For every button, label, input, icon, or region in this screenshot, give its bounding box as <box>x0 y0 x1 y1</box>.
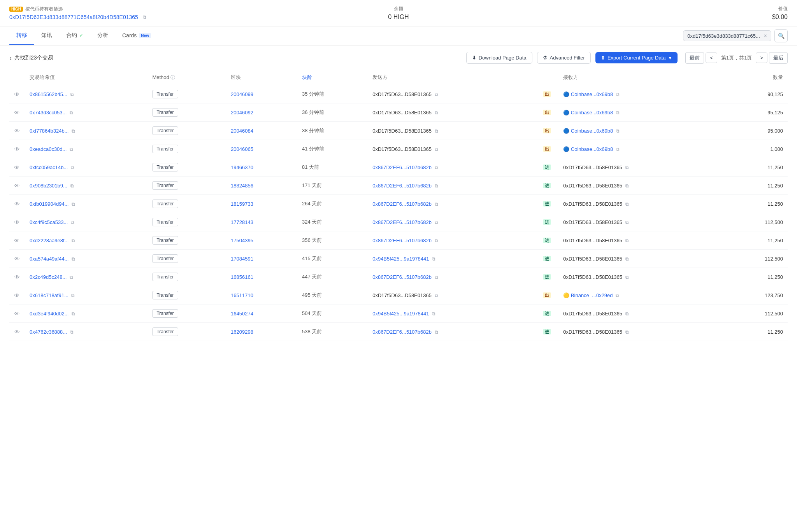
receiver-link[interactable]: Binance_...0x29ed <box>571 292 613 298</box>
eye-icon[interactable]: 👁 <box>14 201 20 207</box>
sender-link[interactable]: 0x867D2EF6...5107b682b <box>372 329 432 335</box>
receiver-link[interactable]: Coinbase...0x69b8 <box>571 91 613 97</box>
sender-link[interactable]: 0x94B5f425...9a1978441 <box>372 256 429 262</box>
hash-copy-icon[interactable]: ⧉ <box>70 92 74 97</box>
sender-copy-icon[interactable]: ⧉ <box>435 238 438 243</box>
tx-hash-link[interactable]: 0xeadca0c30d... <box>30 146 67 152</box>
address-chip[interactable]: 0xd17f5d63e3d833d88771c65... × <box>683 30 771 41</box>
sender-copy-icon[interactable]: ⧉ <box>435 165 438 170</box>
sender-copy-icon[interactable]: ⧉ <box>435 220 438 225</box>
receiver-copy-icon[interactable]: ⧉ <box>625 275 629 280</box>
tab-cards[interactable]: Cards New <box>115 27 158 45</box>
search-button[interactable]: 🔍 <box>774 29 788 42</box>
block-link[interactable]: 18159733 <box>231 201 253 207</box>
eye-icon[interactable]: 👁 <box>14 237 20 244</box>
block-link[interactable]: 16856161 <box>231 274 253 280</box>
receiver-copy-icon[interactable]: ⧉ <box>616 147 620 152</box>
tx-hash-link[interactable]: 0xd2228aa9e8f... <box>30 238 68 243</box>
receiver-link[interactable]: Coinbase...0x69b8 <box>571 128 613 134</box>
sender-link[interactable]: 0x94B5f425...9a1978441 <box>372 311 429 317</box>
receiver-copy-icon[interactable]: ⧉ <box>625 256 629 262</box>
hash-copy-icon[interactable]: ⧉ <box>72 128 75 134</box>
next-page-button[interactable]: > <box>756 52 767 63</box>
tab-contract[interactable]: 合约 ✓ <box>59 26 90 45</box>
hash-copy-icon[interactable]: ⧉ <box>71 293 75 298</box>
hash-copy-icon[interactable]: ⧉ <box>70 183 74 189</box>
eye-icon[interactable]: 👁 <box>14 109 20 116</box>
block-link[interactable]: 20046084 <box>231 128 253 134</box>
export-button[interactable]: ⬆ Export Current Page Data ▼ <box>595 52 678 63</box>
sender-copy-icon[interactable]: ⧉ <box>435 183 438 189</box>
sender-link[interactable]: 0x867D2EF6...5107b682b <box>372 164 432 170</box>
sender-copy-icon[interactable]: ⧉ <box>432 256 435 262</box>
block-link[interactable]: 20046092 <box>231 110 253 116</box>
eye-icon[interactable]: 👁 <box>14 310 20 317</box>
tx-hash-link[interactable]: 0xfb019904d94... <box>30 201 68 207</box>
tab-transfer[interactable]: 转移 <box>9 26 34 45</box>
eye-icon[interactable]: 👁 <box>14 182 20 189</box>
sender-copy-icon[interactable]: ⧉ <box>435 110 438 116</box>
receiver-link[interactable]: Coinbase...0x69b8 <box>571 146 613 152</box>
sender-link[interactable]: 0x867D2EF6...5107b682b <box>372 183 432 189</box>
sender-copy-icon[interactable]: ⧉ <box>435 275 438 280</box>
receiver-copy-icon[interactable]: ⧉ <box>625 201 629 207</box>
sender-copy-icon[interactable]: ⧉ <box>435 128 438 134</box>
hash-copy-icon[interactable]: ⧉ <box>70 110 73 116</box>
chip-close-icon[interactable]: × <box>764 33 767 39</box>
sender-link[interactable]: 0x867D2EF6...5107b682b <box>372 201 432 207</box>
sender-copy-icon[interactable]: ⧉ <box>432 311 435 317</box>
eye-icon[interactable]: 👁 <box>14 91 20 98</box>
eye-icon[interactable]: 👁 <box>14 146 20 152</box>
advanced-filter-button[interactable]: ⚗ Advanced Filter <box>537 52 591 64</box>
eye-icon[interactable]: 👁 <box>14 164 20 171</box>
sender-copy-icon[interactable]: ⧉ <box>435 92 438 97</box>
block-link[interactable]: 16511710 <box>231 292 253 298</box>
tx-hash-link[interactable]: 0x8615562b45... <box>30 91 67 97</box>
block-link[interactable]: 20046065 <box>231 146 253 152</box>
hash-copy-icon[interactable]: ⧉ <box>72 256 75 262</box>
hash-copy-icon[interactable]: ⧉ <box>70 275 73 280</box>
first-page-button[interactable]: 最前 <box>685 52 704 64</box>
tx-hash-link[interactable]: 0xd3e4f940d02... <box>30 311 68 317</box>
tab-analysis[interactable]: 分析 <box>90 26 115 45</box>
download-page-data-button[interactable]: ⬇ Download Page Data <box>466 52 532 64</box>
hash-copy-icon[interactable]: ⧉ <box>71 165 74 170</box>
sender-copy-icon[interactable]: ⧉ <box>435 293 438 298</box>
tx-hash-link[interactable]: 0x4762c36888... <box>30 329 67 335</box>
receiver-copy-icon[interactable]: ⧉ <box>625 311 629 317</box>
eye-icon[interactable]: 👁 <box>14 329 20 335</box>
receiver-copy-icon[interactable]: ⧉ <box>625 165 629 170</box>
tx-hash-link[interactable]: 0x908b2301b9... <box>30 183 67 189</box>
receiver-copy-icon[interactable]: ⧉ <box>616 293 619 298</box>
hash-copy-icon[interactable]: ⧉ <box>72 238 75 243</box>
receiver-copy-icon[interactable]: ⧉ <box>625 183 629 189</box>
sender-copy-icon[interactable]: ⧉ <box>435 147 438 152</box>
receiver-link[interactable]: Coinbase...0x69b8 <box>571 110 613 116</box>
receiver-copy-icon[interactable]: ⧉ <box>625 238 629 243</box>
method-info-icon[interactable]: ⓘ <box>170 75 175 80</box>
sender-copy-icon[interactable]: ⧉ <box>435 329 438 335</box>
tx-hash-link[interactable]: 0xa574a49af44... <box>30 256 68 262</box>
tab-info[interactable]: 知讯 <box>34 26 59 45</box>
tx-hash-link[interactable]: 0x743d3cc053... <box>30 110 67 116</box>
tx-hash-link[interactable]: 0xfcc059ac14b... <box>30 164 68 170</box>
block-link[interactable]: 19466370 <box>231 164 253 170</box>
receiver-copy-icon[interactable]: ⧉ <box>616 92 620 97</box>
eye-icon[interactable]: 👁 <box>14 128 20 134</box>
block-link[interactable]: 17728143 <box>231 219 253 225</box>
tx-hash-link[interactable]: 0xc4f9c5ca533... <box>30 219 68 225</box>
eye-icon[interactable]: 👁 <box>14 274 20 280</box>
sender-link[interactable]: 0x867D2EF6...5107b682b <box>372 238 432 243</box>
sender-link[interactable]: 0x867D2EF6...5107b682b <box>372 219 432 225</box>
block-link[interactable]: 18824856 <box>231 183 253 189</box>
eye-icon[interactable]: 👁 <box>14 292 20 299</box>
sender-link[interactable]: 0x867D2EF6...5107b682b <box>372 274 432 280</box>
hash-copy-icon[interactable]: ⧉ <box>70 147 73 152</box>
receiver-copy-icon[interactable]: ⧉ <box>625 329 629 335</box>
receiver-copy-icon[interactable]: ⧉ <box>616 110 620 116</box>
block-link[interactable]: 16450274 <box>231 311 253 317</box>
hash-copy-icon[interactable]: ⧉ <box>72 311 75 317</box>
eye-icon[interactable]: 👁 <box>14 219 20 226</box>
hash-copy-icon[interactable]: ⧉ <box>71 220 74 225</box>
receiver-copy-icon[interactable]: ⧉ <box>616 128 620 134</box>
